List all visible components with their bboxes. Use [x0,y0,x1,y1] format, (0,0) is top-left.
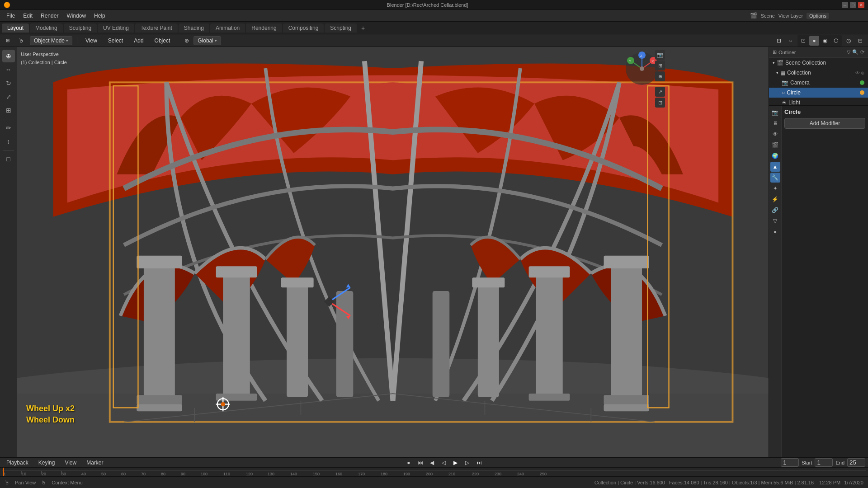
select-vis-icon[interactable]: ⊕ [861,70,864,75]
outliner-light[interactable]: ☀ Light [769,98,868,106]
svg-point-39 [221,402,225,406]
outliner-collection[interactable]: ▾ ▦ Collection 👁 ⊕ [769,68,868,78]
viewport[interactable]: User Perspective (1) Collection | Circle… [17,47,769,457]
tab-sculpting[interactable]: Sculpting [64,23,97,33]
menu-render[interactable]: Render [37,12,62,20]
solid-icon[interactable]: ● [809,36,819,46]
svg-rect-27 [478,284,499,397]
tab-rendering[interactable]: Rendering [246,23,282,33]
menu-bar: File Edit Render Window Help 🎬 Scene Vie… [0,10,868,22]
timeline-ruler[interactable]: 1 10 20 30 40 50 60 70 80 90 100 110 120… [0,468,868,476]
move-tool[interactable]: ↔ [2,63,15,76]
transform-tool[interactable]: ⊞ [2,104,15,117]
pan-zoom-icon[interactable]: ⊞ [655,61,665,70]
rotate-tool[interactable]: ↻ [2,77,15,89]
outliner-sync-icon[interactable]: ⟳ [860,49,864,55]
next-frame-button[interactable]: ▷ [462,458,472,468]
constraints-props-icon[interactable]: 🔗 [770,205,780,215]
svg-text:80: 80 [161,472,165,476]
fly-nav-icon[interactable]: ↗ [655,87,665,97]
tab-scripting[interactable]: Scripting [325,23,357,33]
editor-type-icon[interactable]: 🖱 [16,36,26,46]
outliner-filter-icon[interactable]: ▽ [847,49,850,55]
view-layer-props-icon[interactable]: 👁 [770,129,780,139]
outliner-scene-collection[interactable]: ▾ 🎬 Scene Collection [769,58,868,68]
menu-edit[interactable]: Edit [19,12,36,20]
marker-menu[interactable]: Marker [83,459,107,467]
select-menu[interactable]: Select [104,37,127,45]
play-button[interactable]: ▶ [451,458,461,468]
render-props-icon[interactable]: 📷 [770,108,780,117]
svg-text:140: 140 [290,472,297,476]
wireframe-icon[interactable]: ⊡ [798,36,808,46]
add-modifier-button[interactable]: Add Modifier [784,118,865,129]
toggle-view-icon[interactable]: ⊡ [655,98,665,108]
scale-tool[interactable]: ⤢ [2,90,15,103]
keying-menu[interactable]: Keying [35,459,59,467]
tab-texture-paint[interactable]: Texture Paint [135,23,178,33]
record-button[interactable]: ● [404,458,414,468]
transform-pivot-icon[interactable]: ⊕ [182,36,192,46]
measure-tool[interactable]: ↕ [2,135,15,148]
viewport-options-icon[interactable]: ⊞ [3,36,13,46]
add-menu[interactable]: Add [130,37,147,45]
options-label[interactable]: Options [807,13,829,19]
outliner-camera[interactable]: 📷 Camera [769,78,868,88]
minimize-button[interactable]: ─ [842,2,848,8]
object-menu[interactable]: Object [151,37,174,45]
tab-animation[interactable]: Animation [210,23,245,33]
cursor-tool[interactable]: ⊕ [2,50,15,62]
view-menu-timeline[interactable]: View [61,459,80,467]
menu-window[interactable]: Window [63,12,90,20]
proportional-edit-icon[interactable]: ○ [786,36,796,46]
particles-props-icon[interactable]: ✦ [770,183,780,193]
tab-layout[interactable]: Layout [2,23,29,33]
material-preview-icon[interactable]: ◉ [820,36,830,46]
view-menu[interactable]: View [82,37,101,45]
end-frame-input[interactable] [847,458,865,467]
snap-icon[interactable]: ⊡ [774,36,784,46]
output-props-icon[interactable]: 🖥 [770,118,780,128]
outliner-circle[interactable]: ○ Circle [769,88,868,98]
modifier-props-icon[interactable]: 🔧 [770,173,780,183]
playback-menu[interactable]: Playback [3,459,32,467]
menu-file[interactable]: File [3,12,19,20]
data-props-icon[interactable]: ▽ [770,216,780,226]
zoom-icon[interactable]: ⊕ [655,71,665,81]
material-props-icon[interactable]: ● [770,227,780,237]
start-frame-input[interactable] [815,458,833,467]
physics-props-icon[interactable]: ⚡ [770,194,780,204]
circle-color-dot [860,90,864,95]
properties-content: Circle Add Modifier [782,106,868,457]
object-mode-selector[interactable]: Object Mode ▾ [30,36,72,45]
rendered-icon[interactable]: ⬡ [831,36,841,46]
eye-vis-icon[interactable]: 👁 [855,70,860,75]
menu-help[interactable]: Help [90,12,109,20]
add-workspace-button[interactable]: + [358,23,368,33]
svg-text:Y: Y [629,59,632,63]
tab-shading[interactable]: Shading [179,23,209,33]
camera-visibility [860,80,864,85]
transform-space-selector[interactable]: Global ▾ [193,36,221,45]
viewport-overlay-icon[interactable]: ◷ [844,36,854,46]
jump-start-button[interactable]: ⏮ [415,458,425,468]
play-reverse-button[interactable]: ◁ [439,458,449,468]
scene-name: Scene [761,13,775,19]
annotate-tool[interactable]: ✏ [2,122,15,134]
tab-compositing[interactable]: Compositing [283,23,324,33]
close-button[interactable]: ✕ [858,2,864,8]
outliner-search-icon[interactable]: 🔍 [852,49,859,55]
current-frame-input[interactable] [781,458,799,467]
world-props-icon[interactable]: 🌍 [770,151,780,161]
add-object-tool[interactable]: □ [2,153,15,165]
lock-camera-icon[interactable]: 📷 [655,50,665,60]
scene-props-icon[interactable]: 🎬 [770,140,780,150]
maximize-button[interactable]: □ [850,2,856,8]
jump-end-button[interactable]: ⏭ [474,458,484,468]
time-display: 12:28 PM [819,480,840,485]
xray-icon[interactable]: ⊟ [855,36,865,46]
prev-frame-button[interactable]: ◀ [427,458,437,468]
object-props-icon[interactable]: ▲ [770,162,780,172]
tab-uv-editing[interactable]: UV Editing [98,23,134,33]
tab-modeling[interactable]: Modeling [30,23,63,33]
